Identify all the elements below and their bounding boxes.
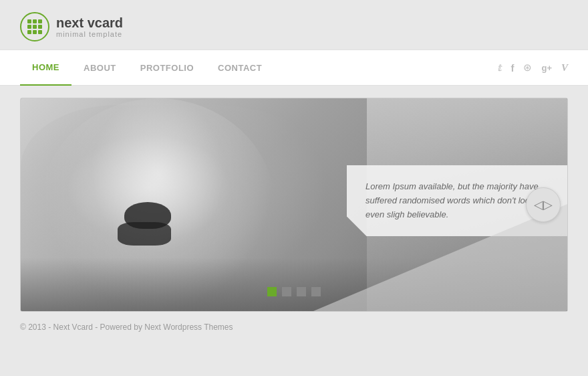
slider-dot-3[interactable] (297, 287, 306, 296)
logo-grid (27, 19, 42, 34)
logo-dot (38, 30, 42, 34)
caption-text: Lorem Ipsum available, but the majority … (365, 180, 549, 221)
slider: Lorem Ipsum available, but the majority … (20, 98, 568, 312)
googleplus-icon[interactable]: g+ (541, 63, 552, 73)
nav-item-home[interactable]: HOME (20, 50, 71, 86)
logo-dot (27, 25, 31, 29)
slider-dots (267, 287, 321, 296)
logo-dot (33, 25, 37, 29)
logo-dot (33, 30, 37, 34)
nav-social: 𝕥 f ⊛ g+ V (497, 62, 568, 74)
header: next vcard minimal template (0, 0, 588, 50)
logo-dot (27, 30, 31, 34)
slider-image: Lorem Ipsum available, but the majority … (21, 98, 567, 311)
nav-item-portfolio[interactable]: PROTFOLIO (128, 50, 206, 86)
slider-next-button[interactable]: ◁▷ (526, 187, 561, 222)
logo-dot (38, 19, 42, 23)
logo-title: next vcard (56, 15, 123, 30)
facebook-icon[interactable]: f (510, 62, 514, 74)
logo-subtitle: minimal template (56, 30, 123, 38)
arrow-icon: ◁▷ (534, 197, 553, 212)
dribbble-icon[interactable]: ⊛ (523, 62, 532, 74)
logo-dot (38, 25, 42, 29)
logo-text: next vcard minimal template (56, 15, 123, 38)
dog-mouth (118, 222, 171, 246)
footer-text: © 2013 - Next Vcard - Powered by Next Wo… (20, 322, 233, 332)
vimeo-icon[interactable]: V (561, 62, 568, 74)
logo-icon (20, 12, 49, 41)
nav-item-contact[interactable]: CONTACT (206, 50, 274, 86)
slider-dot-4[interactable] (311, 287, 321, 296)
slider-dot-2[interactable] (282, 287, 291, 296)
twitter-icon[interactable]: 𝕥 (497, 62, 501, 74)
nav-links: HOME ABOUT PROTFOLIO CONTACT (20, 50, 497, 86)
logo-dot (33, 19, 37, 23)
nav-item-about[interactable]: ABOUT (71, 50, 128, 86)
slider-dot-1[interactable] (267, 287, 277, 296)
footer: © 2013 - Next Vcard - Powered by Next Wo… (0, 312, 588, 343)
logo-dot (27, 19, 31, 23)
navbar: HOME ABOUT PROTFOLIO CONTACT 𝕥 f ⊛ g+ V (0, 50, 588, 86)
